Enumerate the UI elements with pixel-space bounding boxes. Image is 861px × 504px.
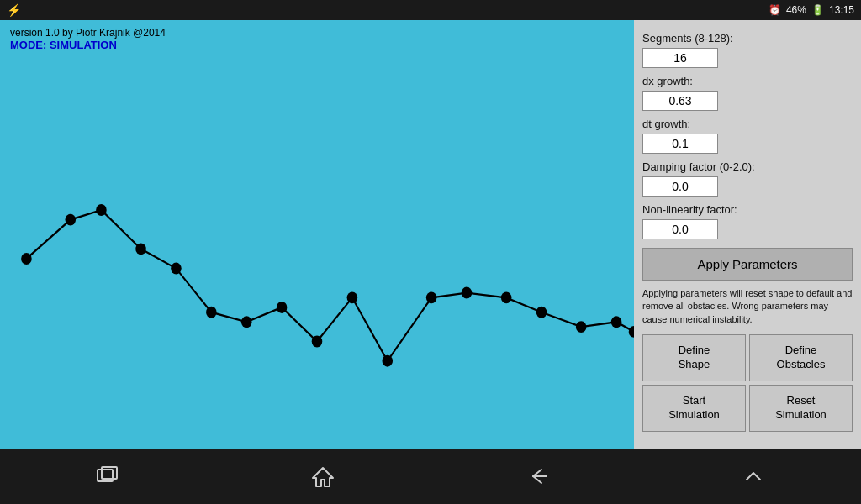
damping-input[interactable] xyxy=(642,176,718,197)
waveform-svg xyxy=(0,20,634,449)
battery-icon: 🔋 xyxy=(811,4,824,16)
dot-15 xyxy=(576,321,587,333)
dot-0 xyxy=(21,253,32,265)
simulation-canvas[interactable]: version 1.0 by Piotr Krajnik @2014 MODE:… xyxy=(0,20,634,449)
dot-7 xyxy=(277,302,288,313)
action-buttons: DefineShape DefineObstacles StartSimulat… xyxy=(642,334,853,432)
reset-simulation-button[interactable]: ResetSimulation xyxy=(749,385,853,432)
time-display: 13:15 xyxy=(829,4,854,16)
dot-10 xyxy=(382,355,393,367)
dot-5 xyxy=(206,307,217,318)
nonlin-input[interactable] xyxy=(642,219,718,239)
dot-14 xyxy=(536,307,547,318)
dot-16 xyxy=(611,316,622,328)
back-icon xyxy=(526,466,550,486)
status-bar: ⚡ ⏰ 46% 🔋 13:15 xyxy=(0,0,861,20)
nav-bar xyxy=(0,449,861,504)
define-obstacles-button[interactable]: DefineObstacles xyxy=(749,334,853,381)
define-shape-button[interactable]: DefineShape xyxy=(642,334,746,381)
dt-label: dt growth: xyxy=(642,118,853,130)
dot-2 xyxy=(96,204,107,216)
dot-6 xyxy=(241,316,252,328)
alarm-icon: ⏰ xyxy=(769,4,781,16)
usb-icon: ⚡ xyxy=(7,3,21,17)
nav-home-button[interactable] xyxy=(302,459,344,493)
dot-3 xyxy=(135,243,146,255)
dot-9 xyxy=(347,291,358,303)
segments-input[interactable] xyxy=(642,48,718,68)
dot-1 xyxy=(65,214,76,226)
dt-input[interactable] xyxy=(642,134,718,154)
start-simulation-button[interactable]: StartSimulation xyxy=(642,385,746,432)
dot-11 xyxy=(426,291,437,303)
status-bar-right: ⏰ 46% 🔋 13:15 xyxy=(769,4,854,16)
dot-4 xyxy=(171,263,182,275)
right-panel: Segments (8-128): dx growth: dt growth: … xyxy=(634,20,861,449)
wave-line xyxy=(26,210,634,361)
warning-text: Applying parameters will reset shape to … xyxy=(642,287,853,326)
up-icon xyxy=(742,466,765,486)
recents-icon xyxy=(96,466,119,486)
main-content: version 1.0 by Piotr Krajnik @2014 MODE:… xyxy=(0,20,861,449)
home-icon xyxy=(311,465,335,488)
dot-13 xyxy=(501,291,512,303)
nav-up-button[interactable] xyxy=(732,459,774,493)
nav-back-button[interactable] xyxy=(517,459,559,493)
segments-label: Segments (8-128): xyxy=(642,32,853,45)
dx-input[interactable] xyxy=(642,91,718,111)
nonlin-label: Non-linearity factor: xyxy=(642,203,853,216)
status-bar-left: ⚡ xyxy=(7,3,21,17)
dot-17 xyxy=(629,326,634,338)
svg-marker-2 xyxy=(313,468,333,486)
nav-recents-button[interactable] xyxy=(87,459,129,493)
dx-label: dx growth: xyxy=(642,75,853,87)
dot-12 xyxy=(462,287,473,299)
damping-label: Damping factor (0-2.0): xyxy=(642,160,853,173)
dot-8 xyxy=(312,336,323,348)
battery-percent: 46% xyxy=(786,4,806,16)
apply-parameters-button[interactable]: Apply Parameters xyxy=(642,248,853,281)
